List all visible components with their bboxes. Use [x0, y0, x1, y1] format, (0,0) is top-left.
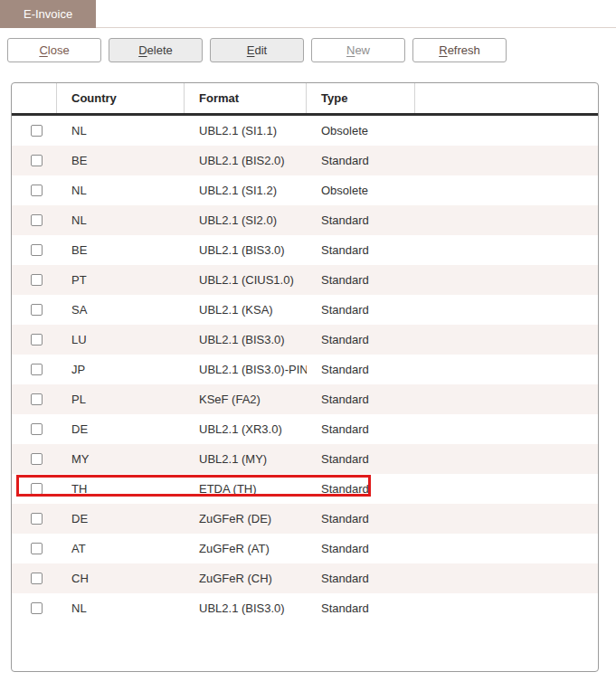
row-checkbox[interactable] — [31, 513, 43, 525]
cell-format: ZuGFeR (DE) — [185, 512, 307, 525]
table-header: Country Format Type — [12, 83, 598, 116]
cell-country: NL — [57, 184, 185, 197]
delete-button[interactable]: Delete — [109, 38, 203, 62]
cell-type: Standard — [307, 154, 415, 167]
row-checkbox[interactable] — [31, 602, 43, 614]
cell-format: UBL2.1 (BIS3.0) — [185, 601, 307, 615]
checkbox-cell — [12, 155, 57, 166]
cell-format: UBL2.1 (BIS3.0) — [185, 333, 307, 346]
cell-type: Standard — [307, 422, 415, 436]
table-row[interactable]: NL UBL2.1 (SI2.0) Standard — [12, 205, 598, 235]
cell-format: UBL2.1 (SI1.1) — [185, 124, 307, 137]
row-checkbox[interactable] — [31, 185, 43, 196]
cell-format: ZuGFeR (AT) — [185, 542, 307, 555]
refresh-button-hotkey: R — [439, 43, 447, 57]
close-button[interactable]: Close — [7, 38, 101, 62]
edit-button-hotkey: E — [247, 43, 255, 57]
row-checkbox[interactable] — [31, 453, 43, 465]
checkbox-cell — [12, 244, 57, 256]
cell-type: Standard — [307, 452, 415, 466]
table-row[interactable]: NL UBL2.1 (BIS3.0) Standard — [12, 593, 598, 623]
cell-country: MY — [57, 452, 185, 466]
delete-button-hotkey: D — [138, 43, 147, 57]
row-checkbox[interactable] — [31, 304, 43, 316]
checkbox-cell — [12, 304, 57, 316]
cell-type: Standard — [307, 243, 415, 257]
toolbar: Close Delete Edit New Refresh — [0, 28, 616, 62]
row-checkbox[interactable] — [31, 155, 43, 166]
tab-e-invoice[interactable]: E-Invoice — [0, 0, 96, 28]
cell-format: UBL2.1 (KSA) — [185, 303, 307, 317]
table-row[interactable]: NL UBL2.1 (SI1.1) Obsolete — [12, 116, 598, 146]
row-checkbox[interactable] — [31, 125, 43, 137]
table-row[interactable]: CH ZuGFeR (CH) Standard — [12, 563, 598, 593]
cell-type: Obsolete — [307, 184, 415, 197]
table-row[interactable]: TH ETDA (TH) Standard — [12, 474, 598, 504]
cell-type: Standard — [307, 393, 415, 406]
close-button-label: lose — [48, 43, 70, 57]
table-row[interactable]: NL UBL2.1 (SI1.2) Obsolete — [12, 175, 598, 205]
table-row[interactable]: PT UBL2.1 (CIUS1.0) Standard — [12, 265, 598, 295]
checkbox-cell — [12, 364, 57, 375]
row-checkbox[interactable] — [31, 364, 43, 375]
cell-country: NL — [57, 124, 185, 137]
cell-country: PL — [57, 393, 185, 406]
row-checkbox[interactable] — [31, 244, 43, 256]
checkbox-cell — [12, 543, 57, 554]
cell-format: ETDA (TH) — [185, 482, 307, 496]
cell-type: Standard — [307, 512, 415, 525]
cell-country: BE — [57, 154, 185, 167]
refresh-button-label: efresh — [448, 43, 480, 57]
tab-label: E-Invoice — [24, 7, 72, 21]
table-row[interactable]: BE UBL2.1 (BIS2.0) Standard — [12, 146, 598, 175]
row-checkbox[interactable] — [31, 573, 43, 584]
cell-format: UBL2.1 (MY) — [185, 452, 307, 466]
row-checkbox[interactable] — [31, 214, 43, 226]
cell-country: DE — [57, 422, 185, 436]
cell-country: SA — [57, 303, 185, 317]
header-country[interactable]: Country — [57, 83, 185, 113]
cell-country: CH — [57, 572, 185, 585]
new-button[interactable]: New — [311, 38, 405, 62]
row-checkbox[interactable] — [31, 423, 43, 435]
table-row[interactable]: PL KSeF (FA2) Standard — [12, 384, 598, 414]
new-button-hotkey: N — [346, 43, 355, 57]
cell-country: AT — [57, 542, 185, 555]
table-row[interactable]: BE UBL2.1 (BIS3.0) Standard — [12, 235, 598, 265]
row-checkbox[interactable] — [31, 334, 43, 346]
row-checkbox[interactable] — [31, 543, 43, 554]
table-row[interactable]: SA UBL2.1 (KSA) Standard — [12, 295, 598, 325]
cell-format: UBL2.1 (SI2.0) — [185, 213, 307, 227]
edit-button-label: dit — [254, 43, 267, 57]
refresh-button[interactable]: Refresh — [412, 38, 507, 62]
table-row[interactable]: AT ZuGFeR (AT) Standard — [12, 534, 598, 563]
checkbox-cell — [12, 125, 57, 137]
table-row[interactable]: LU UBL2.1 (BIS3.0) Standard — [12, 325, 598, 355]
table-row[interactable]: DE ZuGFeR (DE) Standard — [12, 504, 598, 534]
cell-country: DE — [57, 512, 185, 525]
row-checkbox[interactable] — [31, 393, 43, 405]
cell-format: UBL2.1 (BIS2.0) — [185, 154, 307, 167]
checkbox-cell — [12, 423, 57, 435]
row-checkbox[interactable] — [31, 483, 43, 495]
checkbox-cell — [12, 513, 57, 525]
cell-format: UBL2.1 (CIUS1.0) — [185, 273, 307, 287]
header-format[interactable]: Format — [185, 83, 307, 113]
cell-type: Standard — [307, 213, 415, 227]
cell-country: BE — [57, 243, 185, 257]
header-checkbox-column — [12, 83, 57, 113]
table-row[interactable]: DE UBL2.1 (XR3.0) Standard — [12, 414, 598, 444]
cell-format: KSeF (FA2) — [185, 393, 307, 406]
table-row[interactable]: JP UBL2.1 (BIS3.0)-PINT Standard — [12, 355, 598, 384]
edit-button[interactable]: Edit — [210, 38, 304, 62]
e-invoice-table: Country Format Type NL UBL2.1 (SI1.1) Ob… — [11, 82, 599, 672]
checkbox-cell — [12, 573, 57, 584]
cell-type: Standard — [307, 542, 415, 555]
header-type[interactable]: Type — [307, 83, 415, 113]
tab-strip: E-Invoice — [0, 0, 616, 28]
cell-type: Standard — [307, 482, 415, 496]
row-checkbox[interactable] — [31, 274, 43, 286]
checkbox-cell — [12, 185, 57, 196]
cell-type: Standard — [307, 273, 415, 287]
table-row[interactable]: MY UBL2.1 (MY) Standard — [12, 444, 598, 474]
